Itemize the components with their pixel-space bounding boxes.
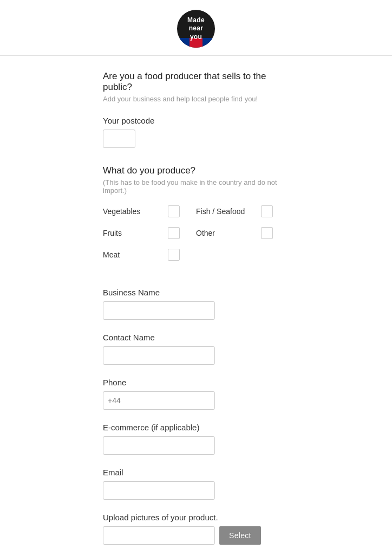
produce-item-fruits: Fruits	[103, 227, 196, 239]
phone-input[interactable]	[103, 391, 215, 410]
fish-checkbox[interactable]	[261, 205, 273, 217]
ecommerce-input[interactable]	[103, 436, 215, 455]
ecommerce-label: E-commerce (if applicable)	[103, 423, 289, 432]
produce-item-vegetables: Vegetables	[103, 205, 196, 217]
fish-label: Fish / Seafood	[196, 207, 261, 216]
contact-name-section: Contact Name	[103, 333, 289, 365]
fruits-checkbox[interactable]	[168, 227, 180, 239]
meat-checkbox[interactable]	[168, 249, 180, 261]
other-checkbox[interactable]	[261, 227, 273, 239]
produce-note: (This has to be food you make in the cou…	[103, 178, 289, 195]
select-button[interactable]: Select	[219, 526, 261, 545]
phone-label: Phone	[103, 378, 289, 387]
main-form: Are you a food producer that sells to th…	[0, 56, 392, 555]
fruits-label: Fruits	[103, 229, 168, 237]
logo-text: Made near you	[187, 16, 205, 42]
vegetables-label: Vegetables	[103, 207, 168, 216]
postcode-label: Your postcode	[103, 116, 289, 125]
phone-section: Phone	[103, 378, 289, 410]
produce-item-meat: Meat	[103, 249, 196, 261]
ecommerce-section: E-commerce (if applicable)	[103, 423, 289, 455]
produce-title: What do you produce?	[103, 165, 289, 176]
upload-label: Upload pictures of your product.	[103, 513, 289, 522]
upload-row: Select	[103, 526, 289, 545]
logo: Made near you	[177, 10, 215, 48]
upload-filename-input[interactable]	[103, 526, 215, 545]
business-name-section: Business Name	[103, 288, 289, 320]
produce-item-fish: Fish / Seafood	[196, 205, 289, 217]
email-section: Email	[103, 468, 289, 500]
postcode-section: Your postcode	[103, 116, 289, 148]
hero-section: Are you a food producer that sells to th…	[103, 71, 289, 103]
email-input[interactable]	[103, 481, 215, 500]
upload-section: Upload pictures of your product. Select	[103, 513, 289, 545]
business-name-input[interactable]	[103, 301, 215, 320]
postcode-input[interactable]	[103, 130, 135, 148]
email-label: Email	[103, 468, 289, 477]
page-header: Made near you	[0, 0, 392, 56]
hero-title: Are you a food producer that sells to th…	[103, 71, 289, 93]
vegetables-checkbox[interactable]	[168, 205, 180, 217]
contact-name-input[interactable]	[103, 346, 215, 365]
produce-section: What do you produce? (This has to be foo…	[103, 165, 289, 270]
other-label: Other	[196, 229, 261, 237]
business-name-label: Business Name	[103, 288, 289, 297]
meat-label: Meat	[103, 250, 168, 259]
hero-subtitle: Add your business and help local people …	[103, 95, 289, 103]
produce-grid: Vegetables Fish / Seafood Fruits Other M…	[103, 205, 289, 270]
contact-name-label: Contact Name	[103, 333, 289, 342]
produce-item-other: Other	[196, 227, 289, 239]
